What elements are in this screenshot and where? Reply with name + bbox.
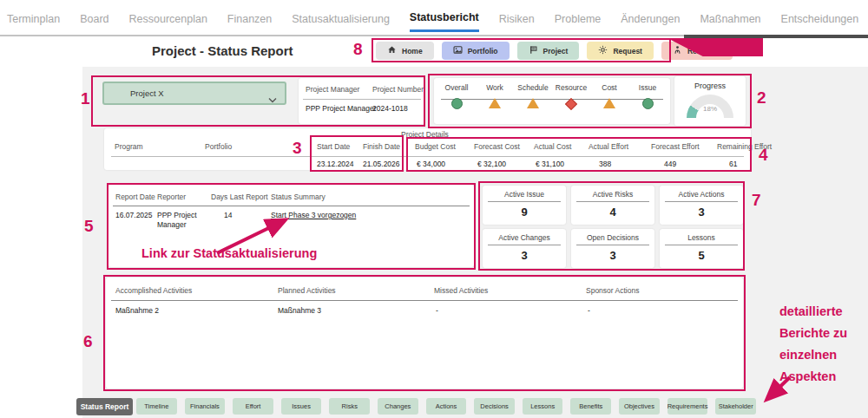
kpi-open-decisions-label: Open Decisions bbox=[571, 233, 654, 242]
project-details-card: Project Details Program Portfolio Start … bbox=[104, 128, 751, 170]
callout-number-2: 2 bbox=[757, 88, 766, 108]
kpi-lessons: Lessons 5 bbox=[660, 229, 743, 268]
days-last-report-value: 14 bbox=[224, 211, 232, 219]
kpi-active-actions-label: Active Actions bbox=[660, 190, 743, 199]
indicator-resource: Resource bbox=[552, 83, 590, 109]
indicator-work: Work bbox=[476, 83, 514, 109]
status-summary-link[interactable]: Start Phase 3 vorgezogen bbox=[271, 211, 356, 219]
report-date-value: 16.07.2025 bbox=[115, 211, 153, 219]
detail-note-line-2: Berichte zu bbox=[779, 323, 847, 344]
budget-cost-header: Budget Cost bbox=[415, 142, 456, 151]
tab-effort[interactable]: Effort bbox=[233, 398, 273, 415]
nav-aenderungen[interactable]: Änderungen bbox=[621, 4, 680, 31]
project-details-title: Project Details bbox=[401, 130, 449, 139]
green-circle-icon bbox=[642, 98, 654, 109]
indicator-overall: Overall bbox=[437, 83, 476, 109]
detail-note-line-3: einzelnen bbox=[779, 344, 847, 366]
tab-changes[interactable]: Changes bbox=[378, 398, 418, 415]
kpi-active-risks: Active Risks 4 bbox=[571, 186, 654, 225]
remaining-effort-value: 61 bbox=[729, 160, 737, 168]
indicator-issue: Issue bbox=[628, 83, 667, 109]
finish-date-value: 21.05.2026 bbox=[363, 160, 400, 168]
accomplished-activities-value: Maßnahme 2 bbox=[115, 306, 159, 315]
kpi-active-changes: Active Changes 3 bbox=[483, 229, 566, 268]
bottom-tabs: Timeline Financials Effort Issues Risks … bbox=[136, 398, 756, 415]
reporter-header: Reporter bbox=[157, 193, 186, 201]
nav-ressourcenplan[interactable]: Ressourcenplan bbox=[129, 4, 207, 31]
detail-note-text: detaillierte Berichte zu einzelnen Aspek… bbox=[779, 301, 847, 388]
actual-cost-header: Actual Cost bbox=[534, 142, 571, 151]
nav-statusbericht-active[interactable]: Statusbericht bbox=[410, 3, 479, 32]
project-number-value: 2024-1018 bbox=[372, 104, 408, 113]
kpi-active-changes-label: Active Changes bbox=[483, 233, 566, 242]
kpi-active-issue-value: 9 bbox=[483, 206, 566, 219]
indicator-overall-label: Overall bbox=[445, 83, 469, 92]
portfolio-icon bbox=[453, 45, 463, 56]
planned-activities-header: Planned Activities bbox=[278, 286, 336, 295]
request-button-label: Request bbox=[613, 47, 642, 56]
nav-separator-dark-segment bbox=[684, 35, 868, 38]
kpi-active-changes-value: 3 bbox=[483, 249, 566, 262]
tab-actions[interactable]: Actions bbox=[426, 398, 467, 415]
tab-benefits[interactable]: Benefits bbox=[570, 398, 611, 415]
nav-statusaktualisierung[interactable]: Statusaktualisierung bbox=[292, 4, 390, 31]
indicator-work-label: Work bbox=[486, 83, 503, 92]
home-button-label: Home bbox=[402, 47, 423, 56]
nav-risiken[interactable]: Risiken bbox=[499, 4, 535, 31]
kpi-open-decisions-value: 3 bbox=[571, 249, 654, 262]
tab-issues[interactable]: Issues bbox=[281, 398, 322, 415]
amber-triangle-icon bbox=[489, 98, 501, 108]
tab-lessons[interactable]: Lessons bbox=[523, 398, 563, 415]
home-icon bbox=[387, 45, 397, 56]
callout-number-5: 5 bbox=[84, 217, 94, 236]
tab-risks[interactable]: Risks bbox=[329, 398, 370, 415]
project-flag-icon bbox=[529, 45, 538, 56]
tab-objectives[interactable]: Objectives bbox=[619, 398, 660, 415]
nav-massnahmen[interactable]: Maßnahmen bbox=[700, 4, 760, 31]
indicator-schedule-label: Schedule bbox=[517, 83, 548, 92]
days-last-report-header: Days Last Report bbox=[211, 193, 268, 201]
kpi-active-actions: Active Actions 3 bbox=[660, 186, 743, 225]
callout-number-6: 6 bbox=[83, 332, 93, 351]
nav-board[interactable]: Board bbox=[80, 4, 108, 31]
progress-value: 18% bbox=[674, 105, 746, 113]
kpi-grid: Active Issue 9 Active Risks 4 Active Act… bbox=[483, 186, 743, 268]
detail-note-line-1: detaillierte bbox=[779, 301, 847, 323]
nav-finanzen[interactable]: Finanzen bbox=[227, 4, 272, 31]
kpi-active-risks-value: 4 bbox=[571, 206, 654, 219]
tab-status-report-active[interactable]: Status Report bbox=[76, 398, 133, 415]
home-button[interactable]: Home bbox=[376, 42, 434, 60]
portfolio-button[interactable]: Portfolio bbox=[442, 42, 510, 60]
nav-probleme[interactable]: Probleme bbox=[555, 4, 602, 31]
missed-activities-header: Missed Activities bbox=[434, 286, 488, 295]
project-number-header: Project Number bbox=[372, 85, 424, 94]
indicator-issue-label: Issue bbox=[639, 83, 656, 92]
indicator-resource-label: Resource bbox=[556, 83, 587, 92]
reporter-value-line1: PPP Project bbox=[157, 211, 197, 219]
reporter-value-line2: Manager bbox=[157, 220, 187, 229]
tab-requirements[interactable]: Requirements bbox=[667, 398, 708, 415]
kpi-lessons-label: Lessons bbox=[660, 233, 743, 242]
nav-entscheidungen[interactable]: Entscheidungen bbox=[781, 4, 859, 31]
kpi-active-risks-label: Active Risks bbox=[571, 190, 654, 199]
status-indicators-card: Overall Work Schedule Resource Cost Issu… bbox=[434, 78, 670, 124]
tab-timeline[interactable]: Timeline bbox=[136, 398, 177, 415]
resource-person-icon bbox=[673, 45, 682, 56]
project-slicer-dropdown[interactable]: Project X bbox=[102, 82, 286, 105]
tab-stakeholder[interactable]: Stakeholder bbox=[715, 398, 756, 415]
project-manager-value: PPP Project Manager bbox=[306, 104, 377, 113]
link-note-text: Link zur Statusaktualisierung bbox=[141, 246, 317, 260]
callout-number-4: 4 bbox=[759, 146, 768, 165]
forecast-effort-header: Forecast Effort bbox=[651, 142, 700, 151]
tab-decisions[interactable]: Decisions bbox=[474, 398, 515, 415]
chevron-down-icon bbox=[268, 91, 277, 107]
nav-terminplan[interactable]: Terminplan bbox=[7, 4, 60, 31]
top-navigation: Terminplan Board Ressourcenplan Finanzen… bbox=[0, 0, 868, 35]
request-button[interactable]: Request bbox=[587, 42, 654, 60]
project-info-card: Project Manager Project Number PPP Proje… bbox=[299, 78, 425, 124]
kpi-lessons-value: 5 bbox=[660, 249, 743, 262]
activities-card: Accomplished Activities Planned Activiti… bbox=[106, 278, 743, 389]
project-button[interactable]: Project bbox=[517, 42, 580, 60]
tab-financials[interactable]: Financials bbox=[185, 398, 226, 415]
page-title: Project - Status Report bbox=[152, 43, 293, 58]
